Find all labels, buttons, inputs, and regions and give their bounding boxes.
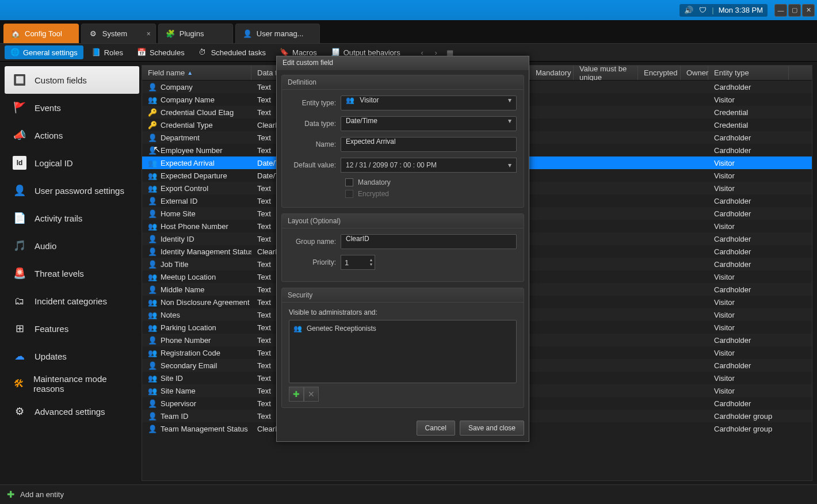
entity-icon: 👥 bbox=[148, 297, 157, 307]
add-entity-button[interactable]: Add an entity bbox=[20, 490, 64, 499]
incident-icon: 🗂 bbox=[13, 294, 26, 308]
plus-icon[interactable]: ✚ bbox=[7, 489, 14, 500]
edit-custom-field-dialog: Edit custom field Definition Entity type… bbox=[276, 56, 529, 442]
sidebar-item-activity-trails[interactable]: 📄Activity trails bbox=[5, 204, 139, 232]
tab-config-tool[interactable]: 🏠 Config Tool bbox=[3, 24, 79, 43]
entity-type: Cardholder bbox=[708, 285, 789, 294]
tab-user-management[interactable]: 👤 User manag... bbox=[235, 24, 320, 43]
sidebar-item-features[interactable]: ⊞Features bbox=[5, 315, 139, 342]
sidebar-item-maintenance-mode-reasons[interactable]: 🛠Maintenance mode reasons bbox=[5, 370, 139, 398]
minimize-button[interactable]: — bbox=[774, 4, 787, 17]
default-value-picker[interactable]: 12 / 31 / 2099 07 : 00 : 00 PM ▾ bbox=[341, 158, 517, 173]
entity-type: Visitor bbox=[708, 387, 789, 395]
col-unique[interactable]: Value must be unique bbox=[574, 66, 638, 80]
visitor-icon: 👥 bbox=[346, 96, 354, 104]
entity-icon: 👥 bbox=[148, 348, 157, 357]
name-input[interactable]: Expected Arrival bbox=[341, 137, 517, 152]
sidebar-item-audio[interactable]: 🎵Audio bbox=[5, 232, 139, 259]
nav-roles[interactable]: 📘 Roles bbox=[86, 45, 129, 59]
sidebar-item-incident-categories[interactable]: 🗂Incident categories bbox=[5, 287, 139, 315]
entity-type: Visitor bbox=[708, 171, 789, 180]
field-name: Site ID bbox=[161, 374, 183, 383]
field-name: Company bbox=[161, 83, 193, 91]
entity-icon: 👤 bbox=[148, 82, 157, 91]
field-name: Team Management Status bbox=[161, 425, 248, 433]
field-name: Identity ID bbox=[161, 235, 194, 243]
entity-type-select[interactable]: 👥 Visitor bbox=[341, 96, 517, 110]
maximize-button[interactable]: ▢ bbox=[788, 4, 801, 17]
entity-icon: 👤 bbox=[148, 361, 157, 370]
data-type-value: Date/Time bbox=[346, 117, 377, 125]
section-definition: Definition Entity type: 👥 Visitor Data t… bbox=[281, 75, 524, 208]
field-name: Home Site bbox=[161, 209, 196, 218]
close-icon[interactable]: × bbox=[147, 30, 151, 38]
field-name: Company Name bbox=[161, 96, 215, 104]
nav-general-settings[interactable]: 🌐 General settings bbox=[5, 45, 83, 59]
label: Schedules bbox=[150, 48, 185, 57]
col-mandatory[interactable]: Mandatory bbox=[530, 66, 574, 80]
entity-type: Cardholder bbox=[708, 247, 789, 256]
mandatory-checkbox[interactable] bbox=[345, 178, 353, 186]
window-titlebar: 🔊 🛡 | Mon 3:38 PM — ▢ ✕ bbox=[0, 0, 817, 20]
entity-type: Cardholder bbox=[708, 83, 789, 91]
priority-stepper[interactable]: 1 bbox=[341, 255, 375, 270]
remove-visibility-button[interactable]: ✕ bbox=[304, 387, 319, 402]
audio-icon: 🎵 bbox=[13, 239, 26, 253]
sidebar-item-label: Features bbox=[35, 324, 68, 334]
sidebar-item-actions[interactable]: 📣Actions bbox=[5, 121, 139, 149]
sidebar-item-user-password-settings[interactable]: 👤User password settings bbox=[5, 177, 139, 204]
entity-type: Visitor bbox=[708, 159, 789, 167]
field-name: Meetup Location bbox=[161, 273, 216, 281]
entity-icon: 👥 bbox=[148, 158, 157, 167]
nav-scheduled-tasks[interactable]: ⏱ Scheduled tasks bbox=[193, 45, 272, 59]
entity-icon: 👥 bbox=[148, 95, 157, 104]
col-entity-type[interactable]: Entity type bbox=[708, 66, 789, 80]
cancel-button[interactable]: Cancel bbox=[417, 421, 455, 436]
field-name: Employee Number bbox=[161, 146, 223, 155]
id-icon: Id bbox=[13, 156, 26, 170]
col-encrypted[interactable]: Encrypted bbox=[638, 66, 681, 80]
maint-icon: 🛠 bbox=[13, 377, 25, 391]
gear-icon: ⚙ bbox=[89, 29, 98, 39]
save-and-close-button[interactable]: Save and close bbox=[460, 421, 524, 436]
nav-schedules[interactable]: 📅 Schedules bbox=[131, 45, 190, 59]
sort-asc-icon: ▲ bbox=[187, 70, 193, 76]
add-visibility-button[interactable]: ✚ bbox=[289, 387, 304, 402]
name-label: Name: bbox=[289, 140, 341, 148]
field-name: External ID bbox=[161, 197, 197, 205]
close-button[interactable]: ✕ bbox=[802, 4, 815, 17]
visibility-item[interactable]: 👥 Genetec Receptionists bbox=[293, 324, 513, 333]
sidebar-item-updates[interactable]: ☁Updates bbox=[5, 342, 139, 370]
col-owner[interactable]: Owner bbox=[681, 66, 708, 80]
sidebar-item-label: Incident categories bbox=[35, 296, 107, 306]
tab-plugins[interactable]: 🧩 Plugins bbox=[158, 24, 233, 43]
sidebar-item-threat-levels[interactable]: 🚨Threat levels bbox=[5, 259, 139, 287]
entity-type: Cardholder bbox=[708, 209, 789, 218]
field-name: Job Title bbox=[161, 260, 188, 269]
speaker-icon[interactable]: 🔊 bbox=[684, 6, 693, 15]
sidebar-item-label: Logical ID bbox=[35, 158, 73, 168]
visibility-list[interactable]: 👥 Genetec Receptionists bbox=[289, 320, 517, 383]
entity-type: Cardholder bbox=[708, 336, 789, 345]
entity-type: Cardholder bbox=[708, 133, 789, 142]
entity-type-label: Entity type: bbox=[289, 99, 341, 107]
col-field-name[interactable]: Field name▲ bbox=[142, 66, 251, 80]
priority-label: Priority: bbox=[289, 258, 341, 266]
section-header: Security bbox=[282, 288, 524, 303]
tab-system[interactable]: ⚙ System × bbox=[81, 24, 156, 43]
chevron-down-icon: ▾ bbox=[508, 161, 511, 169]
sidebar-item-logical-id[interactable]: IdLogical ID bbox=[5, 149, 139, 177]
field-name: Non Disclosure Agreement bbox=[161, 298, 250, 307]
sidebar-item-advanced-settings[interactable]: ⚙Advanced settings bbox=[5, 398, 139, 425]
entity-icon: 👤 bbox=[148, 424, 157, 433]
entity-icon: 👤 bbox=[148, 196, 157, 205]
label: General settings bbox=[23, 48, 78, 57]
sidebar-item-events[interactable]: 🚩Events bbox=[5, 94, 139, 121]
shield-icon[interactable]: 🛡 bbox=[698, 6, 707, 15]
user-icon: 👤 bbox=[243, 29, 252, 39]
sidebar-item-label: Events bbox=[35, 103, 61, 113]
sidebar-item-custom-fields[interactable]: 🔲Custom fields bbox=[5, 66, 139, 94]
data-type-select[interactable]: Date/Time bbox=[341, 116, 517, 131]
group-name-input[interactable]: ClearID bbox=[341, 234, 517, 249]
default-value-label: Default value: bbox=[289, 161, 341, 169]
